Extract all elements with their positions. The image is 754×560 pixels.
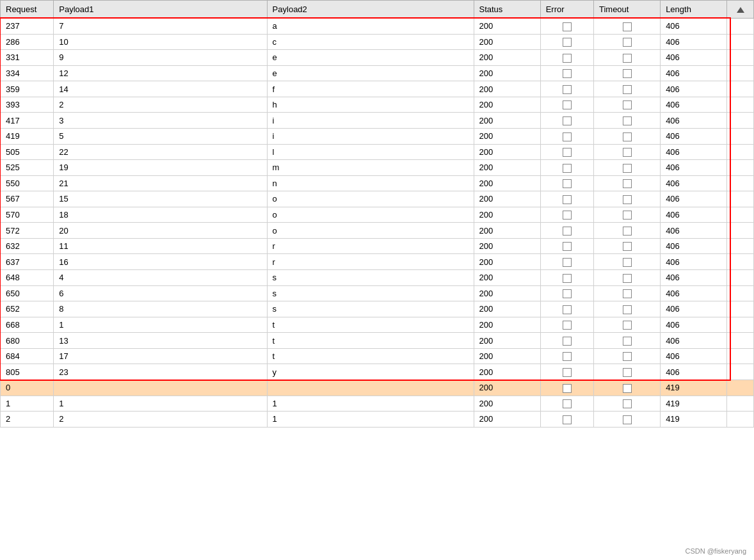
table-row: 4195i200406 [1, 128, 754, 144]
error-checkbox[interactable] [563, 368, 572, 377]
table-row: 6506s200406 [1, 285, 754, 301]
error-checkbox[interactable] [563, 100, 572, 109]
timeout-checkbox[interactable] [623, 54, 632, 63]
timeout-checkbox[interactable] [623, 274, 632, 283]
error-checkbox[interactable] [563, 305, 572, 314]
timeout-checkbox[interactable] [623, 179, 632, 188]
error-checkbox[interactable] [563, 148, 572, 157]
table-row: 68417t200406 [1, 348, 754, 364]
timeout-checkbox[interactable] [623, 85, 632, 94]
col-header-payload1[interactable]: Payload1 [54, 1, 267, 19]
table-row: 57220o200406 [1, 223, 754, 239]
table-row: 52519m200406 [1, 160, 754, 176]
timeout-checkbox[interactable] [623, 321, 632, 330]
error-checkbox[interactable] [563, 384, 572, 393]
timeout-checkbox[interactable] [623, 22, 632, 31]
table-row: 3932h200406 [1, 97, 754, 113]
table-row: 3319e200406 [1, 50, 754, 66]
timeout-checkbox[interactable] [623, 38, 632, 47]
timeout-checkbox[interactable] [623, 289, 632, 298]
error-checkbox[interactable] [563, 352, 572, 361]
table-wrapper: Request Payload1 Payload2 Status Error T… [0, 0, 754, 560]
timeout-checkbox[interactable] [623, 211, 632, 220]
table-row: 221200419 [1, 412, 754, 428]
timeout-checkbox[interactable] [623, 69, 632, 78]
table-row: 111200419 [1, 396, 754, 412]
error-checkbox[interactable] [563, 211, 572, 220]
error-checkbox[interactable] [563, 54, 572, 63]
table-row: 68013t200406 [1, 333, 754, 349]
error-checkbox[interactable] [563, 415, 572, 424]
results-table: Request Payload1 Payload2 Status Error T… [0, 0, 754, 428]
error-checkbox[interactable] [563, 69, 572, 78]
table-row: 33412e200406 [1, 65, 754, 81]
table-row: 2377a200406 [1, 19, 754, 35]
col-header-payload2[interactable]: Payload2 [267, 1, 474, 19]
error-checkbox[interactable] [563, 164, 572, 173]
table-row: 63716r200406 [1, 254, 754, 270]
table-row: 55021n200406 [1, 175, 754, 191]
table-row: 4173i200406 [1, 113, 754, 129]
error-checkbox[interactable] [563, 38, 572, 47]
error-checkbox[interactable] [563, 258, 572, 267]
error-checkbox[interactable] [563, 179, 572, 188]
table-row: 63211r200406 [1, 238, 754, 254]
table-row: 57018o200406 [1, 207, 754, 223]
table-row: 6528s200406 [1, 301, 754, 317]
table-row: 0200419 [1, 380, 754, 396]
timeout-checkbox[interactable] [623, 368, 632, 377]
timeout-checkbox[interactable] [623, 305, 632, 314]
table-row: 56715o200406 [1, 191, 754, 207]
timeout-checkbox[interactable] [623, 164, 632, 173]
table-row: 35914f200406 [1, 81, 754, 97]
timeout-checkbox[interactable] [623, 258, 632, 267]
timeout-checkbox[interactable] [623, 352, 632, 361]
col-header-length[interactable]: Length [661, 1, 727, 19]
table-row: 6681t200406 [1, 317, 754, 333]
error-checkbox[interactable] [563, 399, 572, 408]
error-checkbox[interactable] [563, 132, 572, 141]
error-checkbox[interactable] [563, 242, 572, 251]
error-checkbox[interactable] [563, 337, 572, 346]
timeout-checkbox[interactable] [623, 399, 632, 408]
timeout-checkbox[interactable] [623, 227, 632, 236]
timeout-checkbox[interactable] [623, 116, 632, 125]
col-header-sort[interactable] [727, 1, 754, 19]
timeout-checkbox[interactable] [623, 415, 632, 424]
col-header-request[interactable]: Request [1, 1, 54, 19]
error-checkbox[interactable] [563, 22, 572, 31]
table-row: 80523y200406 [1, 364, 754, 380]
error-checkbox[interactable] [563, 289, 572, 298]
table-row: 28610c200406 [1, 34, 754, 50]
col-header-status[interactable]: Status [474, 1, 540, 19]
col-header-error[interactable]: Error [540, 1, 593, 19]
error-checkbox[interactable] [563, 195, 572, 204]
timeout-checkbox[interactable] [623, 195, 632, 204]
timeout-checkbox[interactable] [623, 384, 632, 393]
timeout-checkbox[interactable] [623, 132, 632, 141]
table-row: 6484s200406 [1, 270, 754, 286]
sort-arrow-icon [737, 7, 744, 13]
error-checkbox[interactable] [563, 274, 572, 283]
error-checkbox[interactable] [563, 116, 572, 125]
error-checkbox[interactable] [563, 321, 572, 330]
table-row: 50522l200406 [1, 144, 754, 160]
col-header-timeout[interactable]: Timeout [593, 1, 660, 19]
timeout-checkbox[interactable] [623, 337, 632, 346]
watermark: CSDN @fiskeryang [685, 547, 746, 555]
timeout-checkbox[interactable] [623, 148, 632, 157]
timeout-checkbox[interactable] [623, 100, 632, 109]
timeout-checkbox[interactable] [623, 242, 632, 251]
error-checkbox[interactable] [563, 85, 572, 94]
error-checkbox[interactable] [563, 227, 572, 236]
